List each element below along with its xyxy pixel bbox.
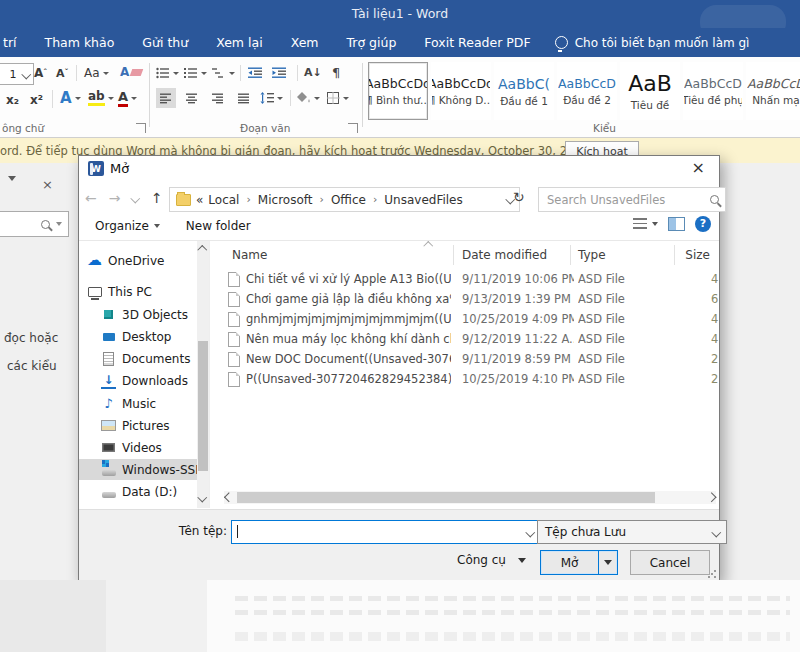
justify-button[interactable] [234, 88, 254, 108]
scrollbar-thumb[interactable] [198, 341, 208, 471]
tell-me-box[interactable]: Cho tôi biết bạn muốn làm gì [545, 36, 750, 50]
tab-layout-partial[interactable]: trí [0, 35, 31, 50]
column-type[interactable]: Type [578, 248, 606, 262]
sidebar-item-videos[interactable]: Videos [79, 437, 209, 458]
style-emphasis[interactable]: AaBbCcD Nhấn mạ [746, 62, 800, 120]
column-divider[interactable] [570, 245, 571, 265]
breadcrumb-office[interactable]: Office [331, 193, 366, 207]
style-no-spacing[interactable]: AaBbCcDd ¶ Không D... [431, 62, 491, 120]
help-icon[interactable]: ? [695, 216, 711, 232]
align-right-button[interactable] [208, 88, 228, 108]
sidebar-item-onedrive[interactable]: ☁ OneDrive [79, 250, 205, 271]
multilevel-list-button[interactable] [212, 63, 235, 83]
tab-help[interactable]: Trợ giúp [333, 35, 411, 50]
style-normal[interactable]: AaBbCcDd ¶ Bình thư... [368, 62, 428, 120]
open-button[interactable]: Mở [541, 551, 598, 574]
tab-mailings[interactable]: Gửi thư [128, 35, 202, 50]
recent-locations-chevron-icon[interactable] [131, 193, 140, 202]
style-heading2[interactable]: AaBbCcD Đầu đề 2 [557, 62, 617, 120]
clear-formatting-button[interactable]: A [120, 62, 142, 82]
pane-search-box[interactable] [0, 211, 69, 237]
breadcrumb-microsoft[interactable]: Microsoft [258, 193, 313, 207]
open-options-arrow[interactable] [598, 551, 617, 574]
cancel-button[interactable]: Cancel [630, 550, 710, 575]
pilcrow-button[interactable]: ¶ [332, 62, 340, 82]
sidebar-item-desktop[interactable]: Desktop [79, 326, 209, 347]
new-folder-button[interactable]: New folder [186, 219, 251, 233]
column-size[interactable]: Size [685, 248, 710, 262]
line-spacing-button[interactable] [260, 88, 283, 108]
sidebar-item-music[interactable]: ♪ Music [79, 393, 209, 414]
search-input[interactable] [545, 192, 710, 208]
breadcrumb-unsavedfiles[interactable]: UnsavedFiles [384, 193, 462, 207]
scrollbar-thumb[interactable] [237, 492, 655, 503]
superscript-button[interactable]: x² [30, 90, 43, 110]
sidebar-item-pictures[interactable]: Pictures [79, 415, 209, 436]
up-icon[interactable]: ↑ [145, 190, 169, 206]
change-case-button[interactable]: Aa [84, 63, 109, 83]
style-subtitle[interactable]: AaBbCcD Tiêu đề phụ [683, 62, 743, 120]
forward-icon[interactable]: → [103, 190, 127, 206]
horizontal-scrollbar[interactable] [224, 491, 716, 504]
font-size-combobox[interactable]: 1 [0, 63, 34, 85]
bullets-button[interactable] [156, 63, 179, 83]
increase-indent-button[interactable] [272, 63, 287, 83]
tab-references[interactable]: Tham khảo [31, 35, 129, 50]
file-row[interactable]: gnhmjmjmjmjmjmjmjmjmmjmjm((Unsav... 10/2… [210, 309, 718, 329]
sidebar-scrollbar[interactable] [197, 241, 209, 508]
scroll-down-icon[interactable] [198, 492, 207, 501]
refresh-icon[interactable]: ↻ [513, 189, 525, 205]
open-split-button[interactable]: Mở [540, 550, 618, 575]
file-name-input[interactable] [237, 524, 527, 540]
column-name[interactable]: Name [232, 248, 267, 262]
style-heading1[interactable]: AaBbC( Đầu đề 1 [494, 62, 554, 120]
organize-button[interactable]: Organize [95, 219, 160, 233]
close-icon[interactable]: × [688, 158, 709, 177]
sidebar-item-data-drive[interactable]: Data (D:) [79, 481, 209, 502]
tab-review[interactable]: Xem lại [202, 35, 276, 50]
sidebar-item-this-pc[interactable]: This PC [79, 281, 205, 302]
grow-font-button[interactable]: Aˆ [34, 63, 47, 83]
column-date-modified[interactable]: Date modified [462, 248, 547, 262]
paragraph-dialog-launcher[interactable] [348, 123, 358, 133]
subscript-button[interactable]: x₂ [6, 90, 19, 110]
file-name-combobox[interactable] [231, 520, 539, 544]
file-row[interactable]: Chơi game giả lập là điều không xa%2((..… [210, 289, 718, 309]
shading-button[interactable] [297, 88, 320, 108]
column-divider[interactable] [453, 245, 454, 265]
sidebar-item-3d-objects[interactable]: 3D Objects [79, 304, 209, 325]
font-dialog-launcher[interactable] [136, 123, 146, 133]
scroll-right-icon[interactable] [706, 493, 715, 502]
column-divider[interactable] [674, 245, 675, 265]
tools-dropdown[interactable]: Công cụ [457, 553, 526, 567]
numbering-button[interactable] [184, 63, 207, 83]
font-color-button[interactable]: A [118, 88, 137, 108]
sidebar-item-downloads[interactable]: ↓ Downloads [79, 370, 209, 391]
file-row[interactable]: P((Unsaved-307720462829452384)).asd 10/2… [210, 369, 718, 389]
address-bar[interactable]: « Local › Microsoft › Office › UnsavedFi… [169, 187, 520, 212]
tab-view[interactable]: Xem [277, 35, 333, 50]
back-icon[interactable]: ← [79, 190, 103, 206]
breadcrumb-local[interactable]: Local [208, 193, 239, 207]
sort-button[interactable]: A↓ [304, 62, 322, 82]
file-row[interactable]: Nên mua máy lọc không khí dành cho%2... … [210, 329, 718, 349]
highlight-color-button[interactable]: ab [88, 88, 114, 108]
style-title[interactable]: AaB Tiêu đề [620, 62, 680, 120]
pane-close-icon[interactable]: × [42, 177, 53, 192]
tab-foxit-reader-pdf[interactable]: Foxit Reader PDF [410, 35, 544, 50]
preview-pane-icon[interactable] [668, 217, 685, 231]
search-box[interactable] [538, 187, 726, 212]
scroll-left-icon[interactable] [225, 493, 234, 502]
shrink-font-button[interactable]: Aˇ [56, 63, 69, 83]
file-row[interactable]: Chi tiết về vi xử lý Apple A13 Bio((Unsa… [210, 269, 718, 289]
file-type-dropdown[interactable]: Tệp chưa Lưu [537, 520, 727, 544]
pane-dropdown-icon[interactable] [8, 181, 16, 195]
resize-grip[interactable] [707, 569, 717, 579]
sidebar-item-windows-ssd[interactable]: Windows-SSD (C [79, 459, 209, 480]
text-effects-button[interactable]: A [60, 88, 81, 108]
scroll-up-icon[interactable] [198, 246, 207, 255]
align-left-button[interactable] [156, 88, 176, 108]
sidebar-item-documents[interactable]: Documents [79, 348, 209, 369]
borders-button[interactable] [327, 88, 349, 108]
file-row[interactable]: New DOC Document((Unsaved-3076323... 9/1… [210, 349, 718, 369]
